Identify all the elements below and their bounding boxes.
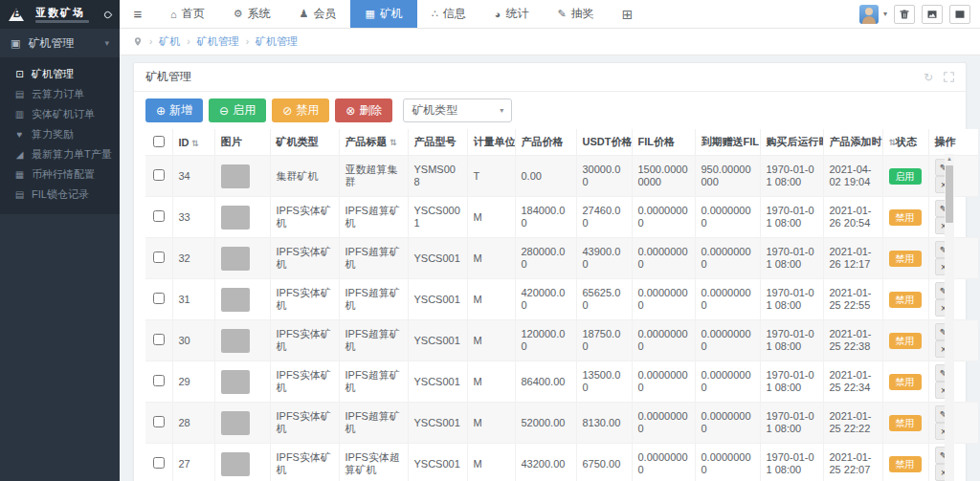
sidebar-item-label: 最新算力单T产量: [32, 148, 112, 161]
row-checkbox[interactable]: [153, 457, 165, 469]
breadcrumb-link[interactable]: 矿机管理: [256, 34, 298, 49]
nav-item-lottery[interactable]: ✎抽奖: [543, 0, 608, 28]
user-menu[interactable]: ▾: [859, 5, 887, 24]
select-all-checkbox[interactable]: [153, 136, 165, 147]
sort-icon[interactable]: ⇅: [388, 138, 397, 147]
cell-add_time: 2021-01-26 20:54: [823, 197, 882, 238]
cell-usdt_price: 27460.00: [576, 197, 632, 238]
status-badge: 禁用: [889, 333, 922, 349]
fullscreen-icon[interactable]: [944, 72, 954, 82]
col-header-label: 图片: [221, 136, 242, 147]
enable-button-label: 启用: [233, 102, 256, 119]
nav-item-stats[interactable]: ◕统计: [480, 0, 544, 28]
col-header-label: 产品型号: [414, 136, 457, 147]
cell-gift_fil: 0.00000000: [695, 279, 760, 320]
nav-item-home[interactable]: ⌂首页: [156, 0, 219, 28]
cell-select: [145, 279, 172, 320]
delete-button[interactable]: ⊗删除: [335, 98, 392, 122]
screenshot-button[interactable]: [922, 5, 943, 24]
cell-price: 0.00: [515, 156, 576, 197]
cell-title: IPFS超算矿机: [339, 320, 408, 361]
circle-x-icon: ⊗: [345, 105, 355, 117]
cell-usdt_price: 8130.00: [576, 403, 632, 444]
grid-icon: ▦: [365, 8, 374, 20]
cell-title: 亚数超算集群: [339, 156, 408, 197]
row-checkbox[interactable]: [153, 169, 165, 181]
cell-usdt_price: 13500.00: [576, 361, 632, 403]
add-button[interactable]: ⊕新增: [145, 98, 203, 122]
nav-item-miner[interactable]: ▦矿机: [350, 0, 416, 28]
row-checkbox[interactable]: [153, 334, 165, 345]
table-cells-icon: ▥: [14, 108, 25, 120]
cell-id: 32: [172, 238, 214, 279]
cell-gift_fil: 0.00000000: [695, 403, 760, 444]
sort-icon[interactable]: ⇅: [889, 138, 897, 147]
disable-button[interactable]: ⊘禁用: [272, 98, 329, 122]
sidebar-item-physical-miner-orders[interactable]: ▥实体矿机订单: [0, 104, 120, 124]
col-header-label: 矿机类型: [277, 136, 319, 147]
brand-subtitle: [35, 20, 89, 23]
sidebar-item-coin-market-config[interactable]: ▦币种行情配置: [0, 164, 120, 185]
sidebar-group-miner-manage[interactable]: ▣ 矿机管理 ▾: [0, 29, 120, 57]
cell-run_time: 1970-01-01 08:00: [760, 197, 823, 238]
table-row: 34集群矿机亚数超算集群YSMS008T0.0030000.001500.000…: [145, 156, 978, 197]
status-badge: 禁用: [889, 251, 922, 267]
product-image-placeholder: [221, 164, 250, 188]
log-button[interactable]: [949, 5, 970, 24]
add-button-label: 新增: [169, 102, 192, 119]
row-checkbox[interactable]: [153, 251, 165, 263]
col-header-label: 购买后运行时间: [767, 136, 824, 147]
table-row: 33IPFS实体矿机IPFS超算矿机YSCS0001M184000.002746…: [145, 197, 978, 238]
toolbar: ⊕新增⊖启用⊘禁用⊗删除 矿机类型 ▾: [134, 92, 966, 129]
table-scrollbar[interactable]: ▲ ▼: [945, 154, 954, 481]
col-header-label: 到期赠送FIL: [702, 136, 760, 147]
row-checkbox[interactable]: [153, 416, 165, 427]
product-image-placeholder: [221, 288, 250, 312]
map-pin-icon: [133, 36, 143, 47]
sidebar-item-fil-lock-records[interactable]: ▤FIL锁仓记录: [0, 185, 120, 205]
status-badge: 禁用: [889, 209, 922, 226]
breadcrumb-link[interactable]: 矿机管理: [197, 34, 239, 49]
cell-image: [214, 320, 270, 361]
sidebar-item-miner-manage[interactable]: ⊡矿机管理: [0, 64, 120, 84]
enable-button[interactable]: ⊖启用: [209, 98, 266, 122]
row-checkbox[interactable]: [153, 210, 165, 222]
cell-type: IPFS实体矿机: [270, 444, 339, 481]
chart-bar-icon: ▤: [14, 88, 25, 100]
cell-fil_price: 0.00000000: [632, 403, 695, 444]
sidebar-item-latest-output[interactable]: ◢最新算力单T产量: [0, 144, 120, 164]
sort-icon[interactable]: ⇅: [189, 139, 199, 148]
apps-grid-icon[interactable]: ⊞: [609, 0, 647, 28]
miner-type-select[interactable]: 矿机类型 ▾: [403, 98, 512, 122]
delete-button-label: 删除: [359, 102, 382, 119]
main-navbar: ≡ ⌂首页⚙系统♟会员▦矿机∴信息◕统计✎抽奖 ⊞ ▾: [120, 0, 980, 29]
col-header-label: 产品添加时间: [830, 136, 883, 147]
table-zone: ID ⇅图片矿机类型产品标题 ⇅产品型号计量单位产品价格USDT价格FIL价格到…: [145, 129, 954, 481]
nav-item-member[interactable]: ♟会员: [285, 0, 351, 28]
row-checkbox[interactable]: [153, 375, 165, 386]
hamburger-icon[interactable]: ≡: [120, 0, 156, 28]
sidebar-item-label: 云算力订单: [32, 88, 84, 100]
scrollbar-thumb[interactable]: [946, 165, 953, 223]
refresh-icon[interactable]: ↻: [924, 71, 933, 84]
cell-unit: M: [467, 444, 515, 481]
cell-unit: M: [467, 238, 515, 279]
cell-id: 27: [172, 444, 214, 481]
col-header-title: 产品标题 ⇅: [339, 129, 408, 156]
cell-add_time: 2021-01-25 22:34: [823, 361, 882, 403]
nav-item-system[interactable]: ⚙系统: [219, 0, 285, 28]
sidebar-item-cloud-hashrate-orders[interactable]: ▤云算力订单: [0, 84, 120, 104]
trash-button[interactable]: [894, 5, 915, 24]
cell-add_time: 2021-01-25 22:07: [823, 444, 882, 481]
sidebar-item-hashrate-reward[interactable]: ♥算力奖励: [0, 124, 120, 144]
breadcrumb-link[interactable]: 矿机: [159, 34, 180, 49]
product-image-placeholder: [221, 411, 250, 435]
cell-id: 34: [172, 156, 214, 197]
sidebar-item-label: 币种行情配置: [32, 168, 95, 181]
brand-name: 亚数矿场: [35, 7, 89, 18]
pencil-icon: ✎: [557, 8, 566, 20]
row-checkbox[interactable]: [153, 293, 165, 304]
navbar-right: ▾: [859, 0, 980, 28]
scroll-up-icon[interactable]: ▲: [945, 154, 954, 164]
nav-item-info[interactable]: ∴信息: [417, 0, 480, 28]
